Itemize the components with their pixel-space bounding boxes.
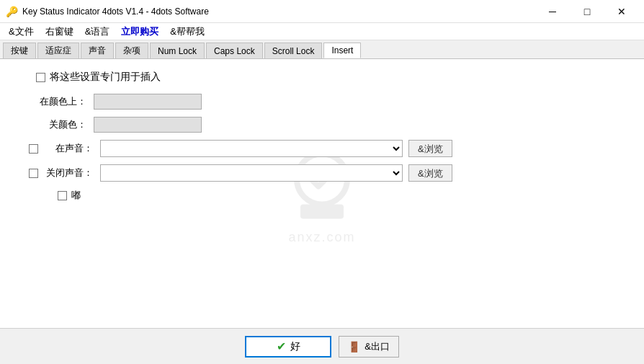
form-area: 将这些设置专门用于插入 在颜色上： 关颜色： 在声音： &浏览 关闭声	[0, 59, 644, 221]
off-sound-checkbox[interactable]	[29, 169, 38, 178]
ok-label: 好	[290, 340, 300, 353]
off-sound-label: 关闭声音：	[43, 167, 93, 179]
menu-item-buy[interactable]: 立即购买	[115, 23, 164, 40]
off-color-input[interactable]	[94, 117, 202, 133]
off-color-label: 关颜色：	[29, 118, 86, 131]
ok-icon: ✔	[277, 339, 286, 353]
menu-item-context[interactable]: 右窗键	[40, 23, 79, 40]
title-bar-title: Key Status Indicator 4dots V1.4 - 4dots …	[22, 6, 209, 17]
tab-numlock[interactable]: Num Lock	[150, 43, 205, 58]
on-color-label: 在颜色上：	[29, 95, 86, 108]
on-sound-checkbox[interactable]	[29, 144, 38, 154]
tab-insert[interactable]: Insert	[323, 43, 361, 58]
dedicated-row: 将这些设置专门用于插入	[36, 71, 630, 84]
ok-button[interactable]: ✔ 好	[245, 336, 331, 358]
tab-keys[interactable]: 按键	[3, 43, 36, 58]
main-content: anxz.com 将这些设置专门用于插入 在颜色上： 关颜色： 在声音：	[0, 59, 644, 328]
on-sound-row: 在声音： &浏览	[29, 140, 630, 157]
off-sound-dropdown-wrapper	[100, 164, 403, 182]
menu-item-file[interactable]: &文件	[3, 23, 40, 40]
off-sound-dropdown[interactable]	[100, 164, 403, 182]
close-button[interactable]: ✕	[605, 0, 638, 23]
tab-capslock[interactable]: Caps Lock	[206, 43, 263, 58]
on-sound-browse-button[interactable]: &浏览	[408, 140, 452, 157]
tab-misc[interactable]: 杂项	[115, 43, 148, 58]
exit-label: &出口	[365, 340, 390, 353]
on-color-input[interactable]	[94, 94, 202, 110]
exit-button[interactable]: 🚪 &出口	[339, 336, 399, 358]
extra-checkbox[interactable]	[58, 191, 67, 200]
extra-checkbox-row: 嘟	[58, 189, 630, 202]
bottom-bar: ✔ 好 🚪 &出口	[0, 328, 644, 364]
tab-sound[interactable]: 声音	[81, 43, 114, 58]
menu-item-help[interactable]: &帮帮我	[164, 23, 210, 40]
menu-bar: &文件 右窗键 &语言 立即购买 &帮帮我	[0, 23, 644, 40]
app-icon: 🔑	[6, 6, 18, 17]
menu-item-language[interactable]: &语言	[79, 23, 116, 40]
extra-label: 嘟	[71, 189, 81, 202]
exit-icon: 🚪	[348, 341, 360, 352]
maximize-button[interactable]: □	[571, 0, 604, 23]
tab-bar: 按键 适应症 声音 杂项 Num Lock Caps Lock Scroll L…	[0, 40, 644, 59]
on-sound-dropdown[interactable]	[100, 140, 403, 157]
off-sound-row: 关闭声音： &浏览	[29, 164, 630, 182]
minimize-button[interactable]: ─	[536, 0, 569, 23]
tab-scrolllock[interactable]: Scroll Lock	[264, 43, 323, 58]
off-color-row: 关颜色：	[29, 117, 630, 133]
off-sound-browse-button[interactable]: &浏览	[408, 164, 452, 182]
tab-adaptation[interactable]: 适应症	[37, 43, 79, 58]
dedicated-label: 将这些设置专门用于插入	[50, 71, 161, 84]
title-bar: 🔑 Key Status Indicator 4dots V1.4 - 4dot…	[0, 0, 644, 23]
dedicated-checkbox[interactable]	[36, 73, 45, 82]
on-sound-label: 在声音：	[43, 142, 93, 155]
on-color-row: 在颜色上：	[29, 94, 630, 110]
on-sound-dropdown-wrapper	[100, 140, 403, 157]
